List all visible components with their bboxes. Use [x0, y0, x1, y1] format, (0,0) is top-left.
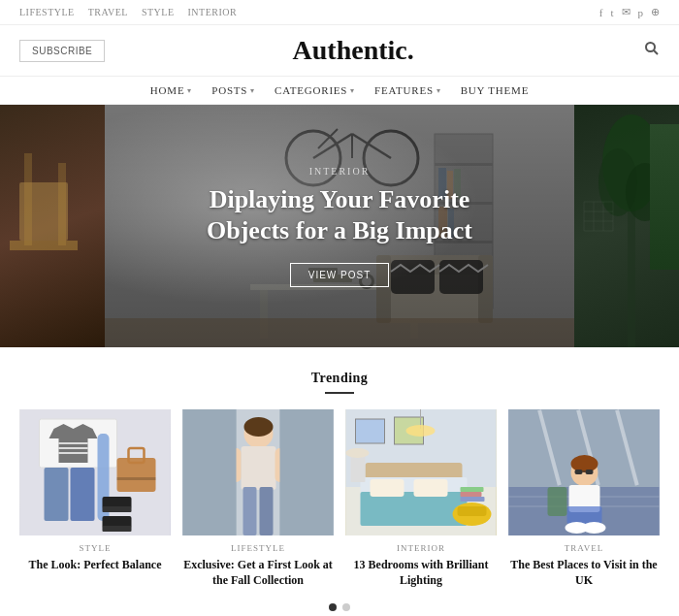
cards-grid: Style The Look: Perfect Balance: [19, 409, 660, 588]
svg-rect-71: [280, 409, 334, 535]
svg-rect-67: [260, 487, 274, 535]
svg-point-89: [406, 425, 436, 437]
svg-rect-74: [356, 419, 385, 443]
svg-rect-101: [586, 470, 594, 474]
svg-point-99: [571, 455, 598, 472]
hero-slider: Interior Diplaying Your Favorite Objects…: [0, 105, 679, 347]
search-button[interactable]: [601, 41, 660, 60]
svg-rect-70: [183, 409, 237, 535]
top-nav-style[interactable]: Style: [142, 7, 175, 17]
svg-rect-51: [45, 468, 69, 521]
left-panel-art: [0, 105, 105, 347]
chevron-down-icon: ▾: [250, 86, 255, 95]
site-header: Subscribe Authentic.: [0, 25, 679, 76]
card-category-3: Interior: [345, 543, 497, 553]
svg-point-64: [244, 417, 274, 437]
card-category-1: Style: [19, 543, 171, 553]
svg-point-107: [583, 522, 606, 534]
dot-2[interactable]: [342, 603, 350, 611]
card-image-1: [19, 409, 171, 535]
svg-rect-85: [461, 497, 485, 502]
hero-title: Diplaying Your Favorite Objects for a Bi…: [175, 184, 504, 247]
hero-side-right: [574, 105, 679, 347]
top-bar: Lifestyle Travel Style Interior f t ✉ p …: [0, 0, 679, 25]
svg-rect-57: [103, 526, 132, 532]
card-category-4: Travel: [508, 543, 660, 553]
trending-label: Trending: [19, 371, 660, 386]
svg-rect-82: [458, 506, 487, 516]
svg-rect-60: [117, 477, 156, 480]
trending-card-1[interactable]: Style The Look: Perfect Balance: [19, 409, 171, 588]
card-title-1: The Look: Perfect Balance: [19, 557, 171, 572]
top-nav-interior[interactable]: Interior: [187, 7, 237, 17]
svg-rect-104: [567, 506, 602, 524]
nav-categories[interactable]: Categories ▾: [275, 84, 355, 96]
top-nav: Lifestyle Travel Style Interior: [19, 7, 237, 17]
svg-rect-52: [71, 468, 95, 521]
trending-card-4[interactable]: Travel The Best Places to Visit in the U…: [508, 409, 660, 588]
top-nav-lifestyle[interactable]: Lifestyle: [19, 7, 75, 17]
nav-features[interactable]: Features ▾: [374, 84, 441, 96]
svg-rect-5: [58, 163, 66, 245]
twitter-icon[interactable]: t: [610, 7, 613, 18]
site-logo: Authentic.: [105, 35, 601, 66]
top-nav-travel[interactable]: Travel: [88, 7, 128, 17]
chevron-down-icon: ▾: [187, 86, 192, 95]
svg-rect-65: [242, 446, 276, 490]
chevron-down-icon: ▾: [436, 86, 441, 95]
trending-underline: [325, 392, 354, 394]
trending-card-3[interactable]: Interior 13 Bedrooms with Brilliant Ligh…: [345, 409, 497, 588]
right-panel-art: [574, 105, 679, 347]
trending-section: Trending: [0, 347, 679, 616]
trending-header: Trending: [19, 371, 660, 394]
nav-buy-theme[interactable]: Buy Theme: [461, 84, 529, 96]
svg-rect-66: [243, 487, 257, 535]
svg-rect-55: [103, 506, 132, 512]
hero-main: Interior Diplaying Your Favorite Objects…: [105, 105, 574, 347]
svg-point-84: [346, 448, 370, 458]
svg-rect-100: [575, 470, 583, 474]
hero-side-left: [0, 105, 105, 347]
pinterest-icon[interactable]: p: [638, 7, 644, 18]
subscribe-button[interactable]: Subscribe: [19, 40, 105, 62]
card-title-2: Exclusive: Get a First Look at the Fall …: [182, 557, 334, 588]
card-image-3: [345, 409, 497, 535]
rss-icon[interactable]: ⊕: [651, 6, 660, 18]
svg-rect-79: [371, 479, 404, 497]
main-nav: Home ▾ Posts ▾ Categories ▾ Features ▾ B…: [0, 76, 679, 105]
card-category-2: Lifestyle: [182, 543, 334, 553]
svg-rect-86: [461, 492, 482, 497]
nav-home[interactable]: Home ▾: [150, 84, 192, 96]
svg-rect-80: [414, 479, 448, 497]
slider-dots: [19, 603, 660, 611]
svg-rect-87: [461, 487, 484, 492]
card-title-4: The Best Places to Visit in the UK: [508, 557, 660, 588]
hero-category: Interior: [309, 166, 371, 177]
card-image-2: [182, 409, 334, 535]
trending-card-2[interactable]: Lifestyle Exclusive: Get a First Look at…: [182, 409, 334, 588]
card-image-4: [508, 409, 660, 535]
svg-point-0: [646, 43, 655, 51]
view-post-button[interactable]: View Post: [290, 263, 390, 287]
svg-rect-4: [24, 153, 32, 245]
svg-rect-105: [548, 487, 567, 516]
dot-1[interactable]: [329, 603, 337, 611]
hero-overlay: Interior Diplaying Your Favorite Objects…: [105, 105, 574, 347]
svg-point-40: [626, 163, 664, 221]
facebook-icon[interactable]: f: [599, 7, 603, 18]
svg-rect-78: [361, 492, 468, 526]
svg-rect-3: [10, 241, 78, 250]
email-icon[interactable]: ✉: [622, 6, 630, 18]
nav-posts[interactable]: Posts ▾: [211, 84, 255, 96]
social-icons: f t ✉ p ⊕: [599, 6, 660, 18]
chevron-down-icon: ▾: [350, 86, 355, 95]
card-title-3: 13 Bedrooms with Brilliant Lighting: [345, 557, 497, 588]
search-icon: [644, 41, 660, 56]
svg-line-1: [654, 50, 658, 54]
